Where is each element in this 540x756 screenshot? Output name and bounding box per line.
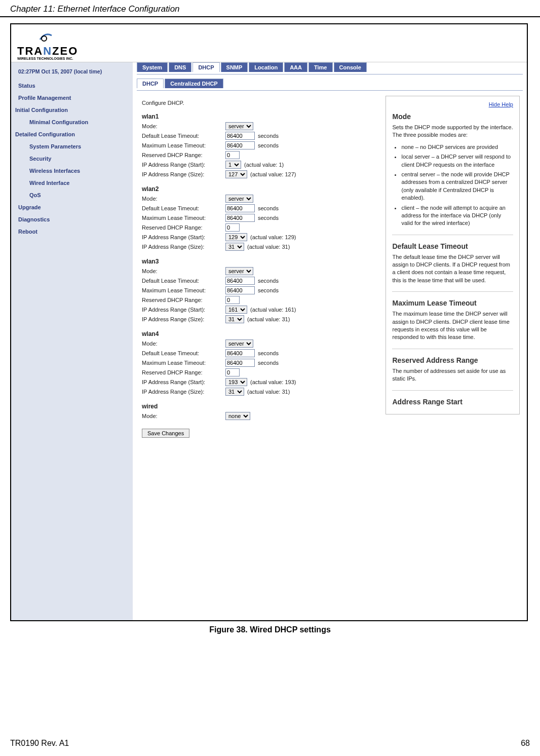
sidebar-header-detailed-config[interactable]: Detailed Configuration <box>11 128 133 140</box>
wlan4-ip-start-select[interactable]: 193 <box>225 378 247 386</box>
wlan2-ip-size-actual: (actual value: 31) <box>247 244 290 250</box>
label-mode: Mode: <box>142 413 225 419</box>
hide-help-link[interactable]: Hide Help <box>489 101 513 107</box>
wlan3-ip-size-select[interactable]: 31 <box>225 315 244 323</box>
label-ip-size: IP Address Range (Size): <box>142 389 225 395</box>
wlan2-reserved-input[interactable] <box>225 223 240 232</box>
tab-aaa[interactable]: AAA <box>284 62 307 72</box>
main-content: System DNS DHCP SNMP Location AAA Time C… <box>133 62 527 620</box>
tab-system[interactable]: System <box>137 62 168 72</box>
wlan2-max-lease-input[interactable] <box>225 214 255 222</box>
subtab-centralized-dhcp[interactable]: Centralized DHCP <box>165 79 223 88</box>
wlan3-max-lease-input[interactable] <box>225 286 255 294</box>
label-default-lease: Default Lease Timeout: <box>142 278 225 284</box>
sidebar-item-reboot[interactable]: Reboot <box>11 225 133 238</box>
main-tabs: System DNS DHCP SNMP Location AAA Time C… <box>137 62 527 72</box>
wlan4-mode-select[interactable]: server <box>225 339 253 348</box>
tranzeo-logo-icon <box>37 29 53 45</box>
sub-tabs: DHCP Centralized DHCP <box>137 79 527 88</box>
sidebar-item-diagnostics[interactable]: Diagnostics <box>11 213 133 225</box>
tab-dhcp[interactable]: DHCP <box>192 62 219 72</box>
wlan1-mode-select[interactable]: server <box>225 122 253 130</box>
label-max-lease: Maximum Lease Timeout: <box>142 287 225 293</box>
wlan3-ip-size-actual: (actual value: 31) <box>247 316 290 322</box>
help-dlt-title: Default Lease Timeout <box>392 242 513 250</box>
wlan2-ip-start-select[interactable]: 129 <box>225 233 247 241</box>
seconds-label: seconds <box>258 215 279 221</box>
subtab-dhcp[interactable]: DHCP <box>137 79 164 88</box>
help-mode-li3: central server – the node will provide D… <box>401 171 513 202</box>
wlan1-ip-size-select[interactable]: 127 <box>225 170 247 178</box>
sidebar-item-wired-interface[interactable]: Wired Interface <box>11 177 133 189</box>
help-mode-desc: Sets the DHCP mode supported by the inte… <box>392 124 513 139</box>
label-ip-start: IP Address Range (Start): <box>142 234 225 240</box>
wlan1-max-lease-input[interactable] <box>225 141 255 149</box>
wlan1-ip-start-select[interactable]: 1 <box>225 161 241 169</box>
wlan4-max-lease-input[interactable] <box>225 359 255 367</box>
tab-location[interactable]: Location <box>249 62 283 72</box>
wlan2-default-lease-input[interactable] <box>225 204 255 212</box>
intro-text: Configure DHCP. <box>142 100 368 106</box>
wlan1-ip-size-actual: (actual value: 127) <box>250 171 296 177</box>
footer-page-number: 68 <box>521 739 530 748</box>
logo-mid: N <box>43 45 52 57</box>
seconds-label: seconds <box>258 287 279 293</box>
wlan3-mode-select[interactable]: server <box>225 267 253 275</box>
label-max-lease: Maximum Lease Timeout: <box>142 215 225 221</box>
wlan1-default-lease-input[interactable] <box>225 132 255 140</box>
section-wlan2-title: wlan2 <box>142 185 368 193</box>
help-mode-li1: none – no DHCP services are provided <box>401 143 513 151</box>
help-rar-title: Reserved Address Range <box>392 356 513 364</box>
label-reserved: Reserved DHCP Range: <box>142 369 225 375</box>
label-mode: Mode: <box>142 268 225 274</box>
help-mode-li2: local server – a DHCP server will respon… <box>401 153 513 169</box>
logo-pre: TRA <box>17 45 43 57</box>
label-ip-start: IP Address Range (Start): <box>142 307 225 313</box>
sidebar-item-profile-management[interactable]: Profile Management <box>11 92 133 104</box>
wlan4-ip-start-actual: (actual value: 193) <box>250 379 296 385</box>
save-changes-button[interactable]: Save Changes <box>142 429 189 438</box>
sidebar-item-security[interactable]: Security <box>11 153 133 165</box>
label-mode: Mode: <box>142 196 225 202</box>
sidebar-item-system-parameters[interactable]: System Parameters <box>11 140 133 153</box>
tab-console[interactable]: Console <box>334 62 367 72</box>
section-wlan4-title: wlan4 <box>142 330 368 337</box>
logo-subtitle: WIRELESS TECHNOLOGIES INC. <box>17 57 521 60</box>
wlan4-default-lease-input[interactable] <box>225 349 255 357</box>
help-mode-li4: client – the node will attempt to acquir… <box>401 204 513 228</box>
label-ip-size: IP Address Range (Size): <box>142 244 225 250</box>
chapter-header: Chapter 11: Ethernet Interface Configura… <box>0 0 540 17</box>
label-reserved: Reserved DHCP Range: <box>142 297 225 303</box>
sidebar-item-wireless-interfaces[interactable]: Wireless Interfaces <box>11 165 133 177</box>
label-default-lease: Default Lease Timeout: <box>142 350 225 356</box>
label-mode: Mode: <box>142 123 225 129</box>
tab-dns[interactable]: DNS <box>169 62 191 72</box>
tab-time[interactable]: Time <box>308 62 332 72</box>
wlan3-reserved-input[interactable] <box>225 296 240 304</box>
label-reserved: Reserved DHCP Range: <box>142 152 225 158</box>
wlan2-ip-size-select[interactable]: 31 <box>225 243 244 251</box>
logo-text: TRANZEO WIRELESS TECHNOLOGIES INC. <box>17 45 521 60</box>
label-mode: Mode: <box>142 341 225 347</box>
tab-snmp[interactable]: SNMP <box>221 62 248 72</box>
section-wired-title: wired <box>142 403 368 410</box>
form-area: Configure DHCP. wlan1 Mode: server Defau… <box>133 91 377 443</box>
wlan2-mode-select[interactable]: server <box>225 195 253 203</box>
sidebar-item-minimal-config[interactable]: Minimal Configuration <box>11 116 133 128</box>
svg-point-0 <box>42 36 47 41</box>
sidebar-item-status[interactable]: Status <box>11 80 133 92</box>
sidebar-item-qos[interactable]: QoS <box>11 189 133 201</box>
wlan3-ip-start-select[interactable]: 161 <box>225 306 247 314</box>
wlan4-ip-size-select[interactable]: 31 <box>225 388 244 396</box>
sidebar-header-initial-config[interactable]: Initial Configuration <box>11 104 133 116</box>
wlan1-reserved-input[interactable] <box>225 151 240 159</box>
wired-mode-select[interactable]: none <box>225 412 250 420</box>
wlan4-reserved-input[interactable] <box>225 368 240 376</box>
wlan3-ip-start-actual: (actual value: 161) <box>250 307 296 313</box>
label-default-lease: Default Lease Timeout: <box>142 205 225 211</box>
seconds-label: seconds <box>258 278 279 284</box>
datetime-text: 02:27PM Oct 15, 2007 (local time) <box>11 66 133 80</box>
wlan3-default-lease-input[interactable] <box>225 277 255 285</box>
section-wlan3-title: wlan3 <box>142 258 368 265</box>
sidebar-item-upgrade[interactable]: Upgrade <box>11 201 133 213</box>
